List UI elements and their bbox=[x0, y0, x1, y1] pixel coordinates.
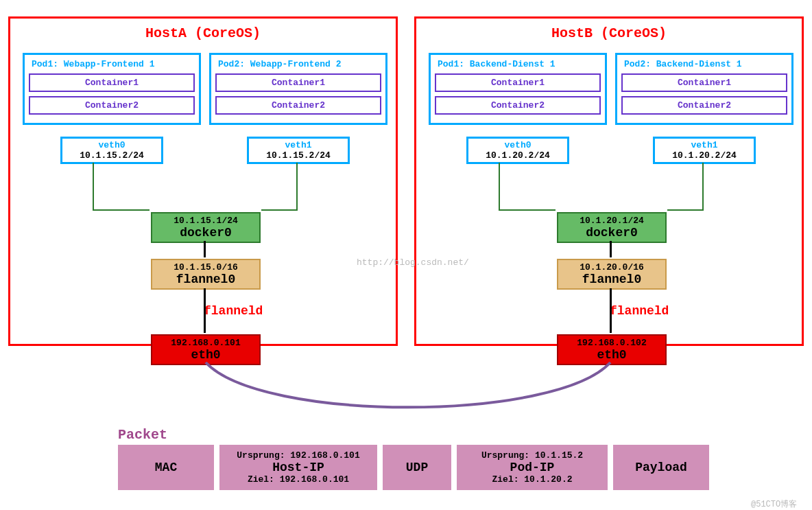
packet-podip-src: Ursprung: 10.1.15.2 bbox=[481, 450, 583, 461]
packet-mac-text: MAC bbox=[155, 461, 177, 474]
packet-payload: Payload bbox=[613, 445, 709, 490]
packet-mac: MAC bbox=[118, 445, 214, 490]
packet-udp-text: UDP bbox=[406, 461, 428, 474]
packet-label: Packet bbox=[118, 427, 167, 443]
packet-udp: UDP bbox=[383, 445, 451, 490]
packet-hostip: Ursprung: 192.168.0.101 Host-IP Ziel: 19… bbox=[219, 445, 377, 490]
packet-podip: Ursprung: 10.1.15.2 Pod-IP Ziel: 10.1.20… bbox=[457, 445, 608, 490]
packet-podip-dst: Ziel: 10.1.20.2 bbox=[492, 474, 572, 485]
packet-hostip-src: Ursprung: 192.168.0.101 bbox=[237, 450, 359, 461]
packet-payload-text: Payload bbox=[635, 461, 687, 474]
packet-podip-name: Pod-IP bbox=[510, 461, 555, 474]
packet-hostip-dst: Ziel: 192.168.0.101 bbox=[248, 474, 349, 485]
watermark-csdn: http://blog.csdn.net/ bbox=[357, 257, 469, 268]
packet-hostip-name: Host-IP bbox=[272, 461, 324, 474]
watermark-51cto: @51CTO博客 bbox=[751, 498, 797, 510]
